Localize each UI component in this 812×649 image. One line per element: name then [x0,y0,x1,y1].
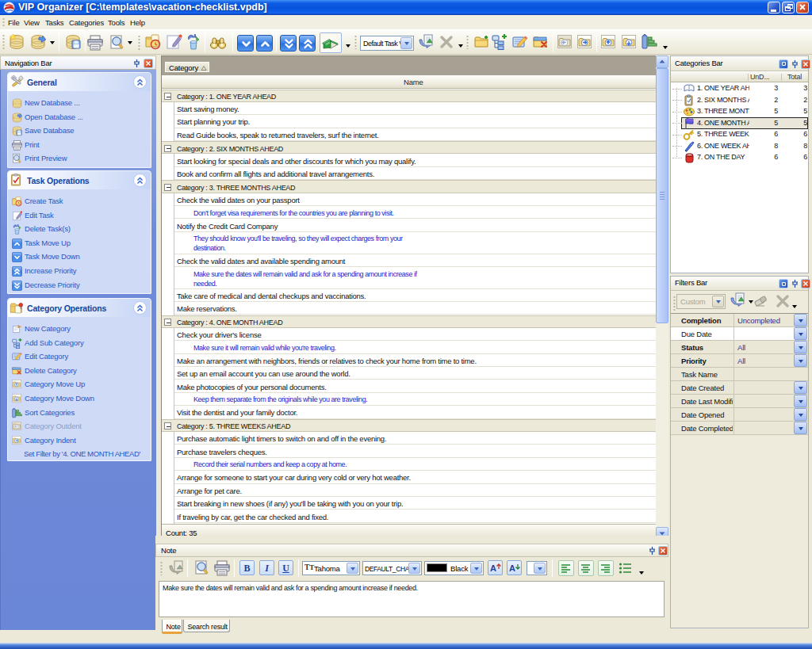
svg-text:A: A [490,563,496,573]
svg-text:A: A [509,563,515,573]
